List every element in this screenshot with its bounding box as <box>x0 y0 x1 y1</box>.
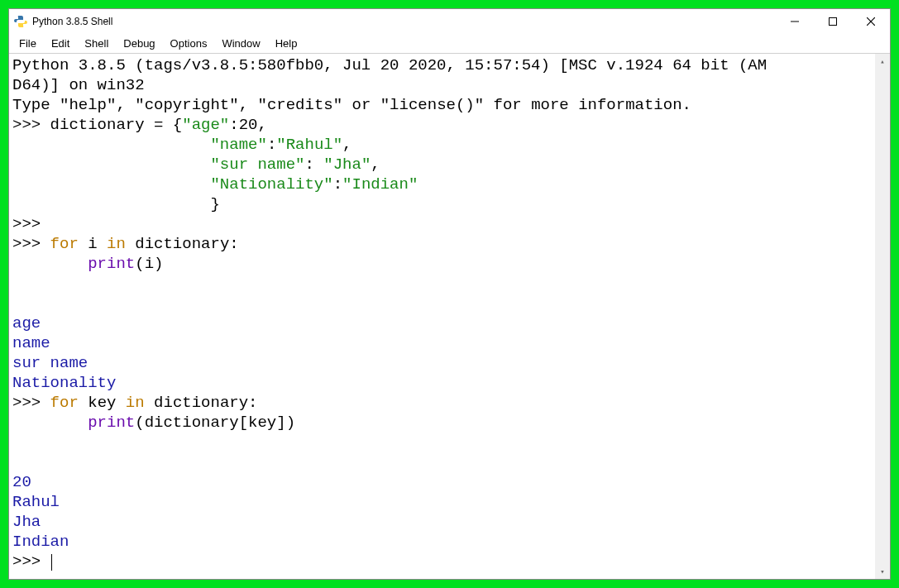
stdout-line: name <box>12 334 50 352</box>
titlebar[interactable]: Python 3.8.5 Shell <box>9 9 890 34</box>
stdout-line: age <box>12 314 41 332</box>
prompt: >>> <box>12 215 41 233</box>
vertical-scrollbar[interactable]: ▴ ▾ <box>875 54 890 579</box>
code-text: : <box>267 136 276 154</box>
close-button[interactable] <box>852 9 890 34</box>
code-text: i <box>88 235 97 253</box>
shell-area: Python 3.8.5 (tags/v3.8.5:580fbb0, Jul 2… <box>9 54 890 579</box>
stdout-line: Jha <box>12 513 41 531</box>
menu-file[interactable]: File <box>12 36 43 51</box>
indent <box>12 155 210 174</box>
idle-window: Python 3.8.5 Shell File Edit Shell Debug… <box>8 8 891 580</box>
keyword: in <box>107 235 126 253</box>
svg-rect-2 <box>830 18 837 26</box>
menu-edit[interactable]: Edit <box>45 36 76 51</box>
string-literal: "Indian" <box>342 175 418 194</box>
string-literal: "Rahul" <box>276 136 342 154</box>
string-literal: "sur name" <box>210 155 304 174</box>
keyword: for <box>50 394 79 412</box>
prompt: >>> <box>12 394 50 412</box>
window-controls <box>776 9 890 34</box>
title-left: Python 3.8.5 Shell <box>14 15 112 28</box>
banner-line: D64)] on win32 <box>12 76 145 94</box>
stdout-line: sur name <box>12 354 88 372</box>
indent <box>12 255 88 273</box>
shell-text[interactable]: Python 3.8.5 (tags/v3.8.5:580fbb0, Jul 2… <box>9 54 875 579</box>
menu-window[interactable]: Window <box>215 36 266 51</box>
prompt: >>> <box>12 235 50 253</box>
indent <box>12 136 210 154</box>
menu-options[interactable]: Options <box>164 36 214 51</box>
indent <box>12 175 210 194</box>
code-text: dictionary: <box>145 394 258 412</box>
prompt: >>> <box>12 116 50 134</box>
prompt: >>> <box>12 552 50 571</box>
code-text: dictionary = { <box>50 116 183 134</box>
string-literal: "Nationality" <box>210 175 332 194</box>
scroll-down-icon[interactable]: ▾ <box>875 564 890 579</box>
string-literal: "name" <box>210 136 266 154</box>
indent <box>12 414 88 432</box>
code-text: : <box>304 155 323 174</box>
code-text: } <box>210 195 219 213</box>
stdout-line: Indian <box>12 533 69 551</box>
code-text: , <box>342 136 351 154</box>
code-text: (dictionary[key]) <box>135 414 295 432</box>
code-text: : <box>333 175 342 194</box>
blank-line <box>12 453 88 471</box>
builtin: print <box>88 255 135 273</box>
scroll-up-icon[interactable]: ▴ <box>875 54 890 69</box>
menu-help[interactable]: Help <box>269 36 304 51</box>
menu-shell[interactable]: Shell <box>78 36 115 51</box>
builtin: print <box>88 414 135 432</box>
text-cursor <box>51 554 52 571</box>
string-literal: "age" <box>182 116 229 134</box>
keyword: in <box>126 394 145 412</box>
minimize-button[interactable] <box>776 9 814 34</box>
stdout-line: 20 <box>12 473 31 491</box>
string-literal: "Jha" <box>323 155 371 174</box>
window-title: Python 3.8.5 Shell <box>32 16 112 27</box>
stdout-line: Rahul <box>12 493 60 511</box>
keyword: for <box>50 235 79 253</box>
code-text: , <box>371 155 380 174</box>
menubar: File Edit Shell Debug Options Window Hel… <box>9 34 890 54</box>
indent <box>12 195 210 213</box>
code-text: (i) <box>135 255 163 273</box>
stdout-line: Nationality <box>12 374 116 392</box>
outer-frame: Python 3.8.5 Shell File Edit Shell Debug… <box>0 0 899 588</box>
menu-debug[interactable]: Debug <box>117 36 161 51</box>
code-text: :20, <box>229 116 267 134</box>
code-text: dictionary: <box>126 235 239 253</box>
banner-line: Python 3.8.5 (tags/v3.8.5:580fbb0, Jul 2… <box>12 56 767 74</box>
maximize-button[interactable] <box>814 9 852 34</box>
python-idle-icon <box>14 15 27 28</box>
blank-line <box>12 294 88 313</box>
banner-line: Type "help", "copyright", "credits" or "… <box>12 96 691 114</box>
code-text: key <box>88 394 116 412</box>
